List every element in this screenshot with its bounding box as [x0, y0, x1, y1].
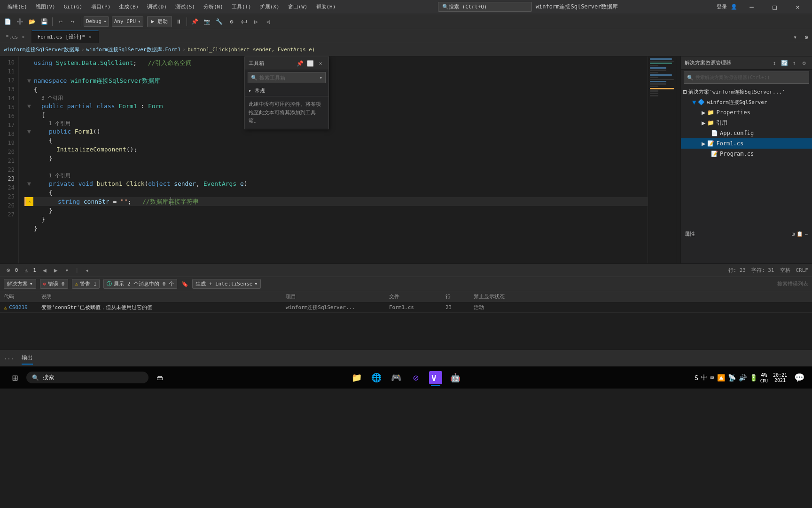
menu-analyze[interactable]: 分析(N): [200, 2, 227, 12]
maximize-button[interactable]: □: [764, 0, 785, 14]
se-refresh-btn[interactable]: 🔄: [780, 59, 789, 67]
col-header-code[interactable]: 代码: [0, 293, 38, 300]
global-search[interactable]: 🔍 搜索 (Ctrl+Q): [438, 2, 532, 12]
toolbar-btn-10[interactable]: ◁: [263, 16, 274, 27]
save-btn[interactable]: 💾: [39, 16, 50, 27]
add-item-btn[interactable]: ➕: [14, 16, 25, 27]
breadcrumb-method[interactable]: button1_Click(object sender, EventArgs e…: [187, 47, 315, 53]
menu-edit[interactable]: 编辑(E): [4, 2, 31, 12]
new-file-btn[interactable]: 📄: [2, 16, 13, 27]
notification-btn[interactable]: 💬: [792, 371, 806, 384]
nav-dropdown-btn[interactable]: ▾: [62, 266, 72, 275]
props-list-icon[interactable]: 📋: [796, 231, 803, 237]
start-btn[interactable]: ▶ 启动: [147, 16, 172, 27]
menu-debug[interactable]: 调试(D): [143, 2, 171, 12]
tray-icon-1[interactable]: S: [695, 374, 698, 381]
filter-solution-btn[interactable]: 解决方案 ▾: [4, 279, 36, 289]
se-item-appconfig[interactable]: 📄 App.config: [681, 128, 812, 138]
toolbox-close-btn[interactable]: ×: [316, 59, 325, 68]
taskbar-clock[interactable]: 20:21 2021: [771, 373, 789, 383]
error-list-row[interactable]: ⚠ CS0219 变量'connStr'已被赋值，但从未使用过它的值 winfo…: [0, 302, 812, 313]
toolbox-section-common[interactable]: ▸ 常规: [245, 85, 328, 96]
menu-test[interactable]: 测试(S): [172, 2, 199, 12]
filter-intellisense-btn[interactable]: 🔖: [181, 278, 188, 290]
tray-icon-2[interactable]: ⌨: [710, 374, 714, 381]
se-solution-node[interactable]: ⊞ 解决方案'winform连接SqlServer...': [681, 87, 812, 97]
tab-form1-design[interactable]: Form1.cs [设计]* ×: [32, 31, 99, 43]
menu-extensions[interactable]: 扩展(X): [256, 2, 283, 12]
se-project-node[interactable]: ▼ 🔷 winform连接SqlServer: [681, 97, 812, 107]
start-menu-btn[interactable]: ⊞: [6, 368, 24, 387]
nav-chevron-btn[interactable]: ◂: [82, 266, 92, 275]
taskbar-file-explorer[interactable]: 📁: [347, 368, 366, 387]
toolbox-resize-btn[interactable]: ⬜: [306, 59, 314, 68]
tray-icon-3[interactable]: 🔼: [717, 374, 725, 381]
taskbar-visual-studio[interactable]: ⊘: [406, 368, 425, 387]
props-grid-icon[interactable]: ⊞: [792, 231, 795, 237]
menu-git[interactable]: Git(G): [60, 2, 86, 11]
se-item-references[interactable]: ▶ 📁 引用: [681, 118, 812, 128]
se-item-form1[interactable]: ▶ 📝 Form1.cs: [681, 138, 812, 149]
menu-view[interactable]: 视图(V): [32, 2, 59, 12]
taskbar-game-bar[interactable]: 🎮: [387, 368, 406, 387]
filter-errors-btn[interactable]: ⊗ 错误 0: [40, 279, 68, 289]
tab-close-form1[interactable]: ×: [88, 34, 93, 40]
se-settings-btn[interactable]: ⚙: [800, 59, 808, 67]
filter-messages-btn[interactable]: ⓘ 展示 2 个消息中的 0 个: [103, 279, 177, 289]
col-header-suppress[interactable]: 禁止显示状态: [470, 293, 517, 300]
toolbar-btn-5[interactable]: 📷: [202, 16, 213, 27]
tab-cs[interactable]: *.cs ×: [0, 31, 32, 43]
nav-error-list-btn[interactable]: ⊗: [4, 266, 13, 275]
toolbar-btn-6[interactable]: 🔧: [214, 16, 225, 27]
taskbar-browser[interactable]: 🌐: [367, 368, 386, 387]
menu-build[interactable]: 生成(B): [115, 2, 142, 12]
nav-forward-btn[interactable]: ▶: [51, 266, 61, 275]
taskbar-app-6[interactable]: 🤖: [446, 368, 465, 387]
menu-window[interactable]: 窗口(W): [284, 2, 312, 12]
cpu-mode-dropdown[interactable]: Any CPU ▾: [112, 16, 143, 27]
tray-icon-5[interactable]: 🔊: [739, 374, 747, 381]
toolbox-search-options[interactable]: ▾: [319, 75, 322, 81]
redo-btn[interactable]: ↪: [67, 16, 78, 27]
vertical-scrollbar[interactable]: [676, 56, 680, 263]
tab-close-cs[interactable]: ×: [21, 34, 26, 40]
nav-back-btn[interactable]: ◀: [40, 266, 49, 275]
taskbar-widgets-btn[interactable]: 🗃: [150, 368, 169, 387]
se-collapse-btn[interactable]: ↑: [790, 59, 798, 67]
col-header-project[interactable]: 项目: [282, 293, 385, 300]
se-sync-btn[interactable]: ↕: [770, 59, 779, 67]
close-button[interactable]: ×: [787, 0, 808, 14]
props-edit-icon[interactable]: ✏: [805, 231, 808, 237]
open-btn[interactable]: 📂: [26, 16, 38, 27]
code-content[interactable]: using System.Data.SqlClient; //引入命名空间 ▼ …: [19, 56, 648, 263]
col-header-file[interactable]: 文件: [385, 293, 442, 300]
menu-tools[interactable]: 工具(T): [228, 2, 255, 12]
toolbar-btn-9[interactable]: ▷: [250, 16, 262, 27]
taskbar-search[interactable]: 🔍 搜索: [26, 372, 148, 383]
minimize-button[interactable]: ─: [741, 0, 762, 14]
se-item-properties[interactable]: ▶ 📁 Properties: [681, 107, 812, 118]
taskbar-vs-active[interactable]: V: [426, 368, 445, 387]
toolbar-btn-8[interactable]: 🏷: [238, 16, 250, 27]
tray-icon-6[interactable]: 🔋: [750, 374, 757, 381]
toolbox-search[interactable]: 🔍 搜索工具箱 ▾: [248, 72, 326, 83]
menu-help[interactable]: 帮助(H): [312, 2, 340, 12]
debug-mode-dropdown[interactable]: Debug ▾: [84, 16, 109, 27]
output-tab-output[interactable]: 输出: [22, 352, 33, 365]
nav-warning-btn[interactable]: ⚠: [22, 266, 31, 275]
undo-btn[interactable]: ↩: [55, 16, 66, 27]
output-tab-ellipsis[interactable]: ...: [4, 352, 14, 364]
toolbar-btn-7[interactable]: ⚙: [226, 16, 237, 27]
code-editor[interactable]: 10 11 12 13 14 15 16 17 18 19 20 21 22 2…: [0, 56, 680, 263]
col-header-line[interactable]: 行: [442, 293, 470, 300]
toolbar-btn-4[interactable]: 📌: [189, 16, 201, 27]
se-item-program[interactable]: 📝 Program.cs: [681, 149, 812, 159]
tab-list-btn[interactable]: ▾: [789, 32, 801, 43]
login-button[interactable]: 登录: [717, 3, 727, 10]
filter-warnings-btn[interactable]: ⚠ 警告 1: [72, 279, 100, 289]
breadcrumb-project[interactable]: winform连接SqlServer数据库: [4, 46, 79, 53]
tray-lang-indicator[interactable]: 中: [701, 373, 707, 382]
tab-settings-btn[interactable]: ⚙: [801, 32, 812, 43]
col-header-desc[interactable]: 说明: [38, 293, 282, 300]
tray-icon-4[interactable]: 📡: [728, 374, 736, 381]
